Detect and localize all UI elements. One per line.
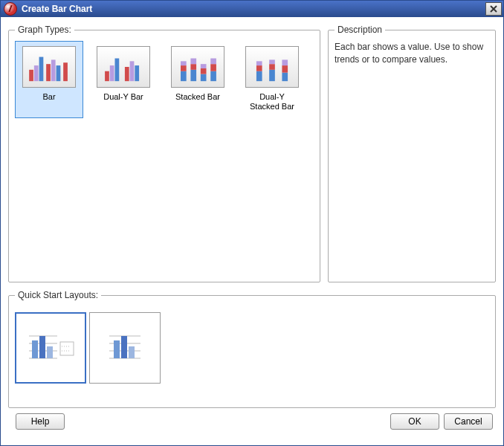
type-item-label: Dual-Y Bar <box>103 92 143 113</box>
svg-rect-48 <box>114 340 120 358</box>
svg-rect-18 <box>190 59 196 65</box>
svg-rect-23 <box>210 64 216 71</box>
svg-rect-25 <box>256 71 262 81</box>
svg-rect-38 <box>32 340 38 358</box>
svg-rect-19 <box>201 74 207 82</box>
dialog-body: Graph Types: <box>1 17 503 445</box>
graph-types-group: Graph Types: <box>8 25 320 282</box>
svg-rect-50 <box>129 346 135 358</box>
close-icon[interactable] <box>485 2 502 16</box>
type-item-label: Stacked Bar <box>175 92 220 113</box>
svg-rect-27 <box>256 61 262 65</box>
svg-rect-30 <box>269 59 275 64</box>
svg-rect-6 <box>63 62 68 81</box>
svg-rect-2 <box>39 57 44 82</box>
svg-rect-12 <box>135 65 139 81</box>
title-bar: Create Bar Chart <box>1 1 503 17</box>
layout-legend-icon <box>25 326 77 370</box>
dual-y-stacked-bar-thumb-icon <box>245 46 299 88</box>
svg-rect-26 <box>256 65 262 71</box>
graph-types-list: Bar Dua <box>15 41 314 276</box>
layout-plain-icon <box>99 326 151 370</box>
dual-y-bar-thumb-icon <box>97 46 150 88</box>
dialog-footer: Help OK Cancel <box>8 408 496 438</box>
svg-rect-31 <box>282 73 288 82</box>
window-title: Create Bar Chart <box>22 4 485 14</box>
svg-rect-40 <box>47 346 53 358</box>
svg-rect-16 <box>190 70 196 81</box>
description-label: Description <box>335 25 385 35</box>
svg-rect-7 <box>105 71 109 81</box>
svg-rect-32 <box>282 65 288 73</box>
help-button[interactable]: Help <box>16 413 65 430</box>
type-item-dual-y-stacked-bar[interactable]: Dual-Y Stacked Bar <box>238 41 306 118</box>
svg-rect-9 <box>115 59 120 82</box>
svg-rect-39 <box>39 336 45 358</box>
svg-rect-21 <box>201 64 207 68</box>
svg-rect-1 <box>34 65 39 81</box>
app-icon <box>4 2 17 16</box>
svg-rect-41 <box>60 342 74 355</box>
svg-rect-0 <box>29 70 33 81</box>
svg-rect-22 <box>210 71 216 81</box>
cancel-button[interactable]: Cancel <box>444 413 493 430</box>
svg-rect-13 <box>181 71 187 81</box>
svg-rect-24 <box>210 59 216 65</box>
ok-button[interactable]: OK <box>390 413 439 430</box>
type-item-dual-y-bar[interactable]: Dual-Y Bar <box>89 41 158 118</box>
svg-rect-14 <box>181 65 187 71</box>
svg-rect-20 <box>201 68 207 74</box>
svg-rect-29 <box>269 64 275 70</box>
svg-rect-11 <box>130 61 135 81</box>
quick-start-group: Quick Start Layouts: <box>8 290 496 408</box>
layout-item-with-legend[interactable] <box>15 312 86 384</box>
svg-rect-3 <box>46 64 51 81</box>
svg-rect-10 <box>125 67 129 81</box>
layout-item-plain[interactable] <box>89 312 161 384</box>
quick-start-list <box>15 306 489 401</box>
type-item-stacked-bar[interactable]: Stacked Bar <box>164 41 232 118</box>
svg-rect-49 <box>121 336 127 358</box>
type-item-label: Bar <box>42 92 55 113</box>
type-item-label: Dual-Y Stacked Bar <box>250 92 294 113</box>
upper-pane: Graph Types: <box>8 25 496 282</box>
svg-rect-5 <box>56 65 61 81</box>
svg-rect-28 <box>269 70 275 81</box>
description-group: Description Each bar shows a value. Use … <box>328 25 496 282</box>
graph-types-label: Graph Types: <box>15 25 74 35</box>
quick-start-label: Quick Start Layouts: <box>15 290 101 300</box>
svg-rect-33 <box>282 59 288 65</box>
description-text: Each bar shows a value. Use to show tren… <box>335 41 489 66</box>
dialog-window: Create Bar Chart Graph Types: <box>0 0 504 446</box>
bar-thumb-icon <box>22 46 76 88</box>
svg-rect-17 <box>190 64 196 70</box>
svg-rect-4 <box>51 59 56 81</box>
svg-rect-8 <box>110 65 114 81</box>
type-item-bar[interactable]: Bar <box>15 41 83 118</box>
svg-rect-15 <box>181 61 187 65</box>
stacked-bar-thumb-icon <box>171 46 224 88</box>
